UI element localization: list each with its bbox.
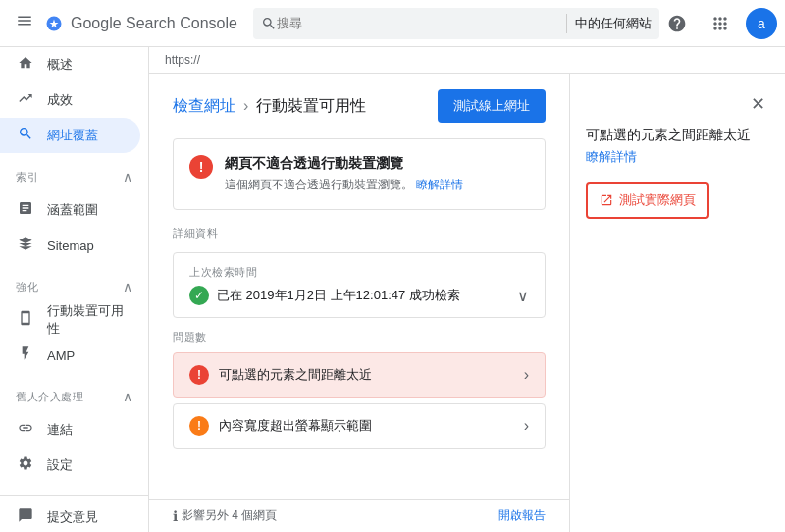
open-report-link[interactable]: 開啟報告: [498, 507, 546, 524]
sidebar-section-index-toggle[interactable]: ∧: [123, 169, 133, 185]
sidebar-section-enhance-label: 強化: [16, 280, 38, 294]
search-domain-text: 中的任何網站: [575, 15, 652, 32]
amp-icon: [16, 346, 35, 365]
sidebar-submit-feedback[interactable]: 提交意見: [0, 500, 140, 532]
error-card-text: 網頁不適合透過行動裝置瀏覽 這個網頁不適合透過行動裝置瀏覽。 瞭解詳情: [225, 155, 463, 193]
sidebar-section-manual-toggle[interactable]: ∧: [123, 389, 133, 404]
issue-text-1: 內容寬度超出螢幕顯示範圍: [219, 417, 372, 435]
content-and-panel: 檢查網址 › 行動裝置可用性 測試線上網址 ! 網頁不適合透過行動裝置瀏覽 這個…: [149, 74, 785, 532]
right-panel: ✕ 可點選的元素之間距離太近 瞭解詳情 測試實際網頁: [569, 74, 785, 532]
right-panel-title: 可點選的元素之間距離太近: [586, 127, 769, 144]
issue-arrow-1: ›: [524, 417, 529, 435]
error-learn-more[interactable]: 瞭解詳情: [416, 178, 463, 191]
url-bar: https://: [149, 47, 785, 74]
sidebar-item-mobile-label: 行動裝置可用性: [47, 302, 125, 338]
issue-left-0: ! 可點選的元素之間距離太近: [189, 365, 372, 385]
info-icon: ℹ: [173, 508, 178, 524]
detail-section-title: 詳細資料: [173, 226, 546, 240]
help-button[interactable]: [659, 6, 695, 41]
sidebar-item-sitemap-label: Sitemap: [47, 239, 94, 253]
right-panel-close: ✕: [586, 89, 769, 119]
bottom-bar: ℹ 影響另外 4 個網頁 開啟報告: [149, 499, 569, 532]
test-live-page-button[interactable]: 測試實際網頁: [586, 182, 709, 219]
search-circle-icon: [16, 126, 35, 145]
sidebar-item-url-coverage[interactable]: 網址覆蓋: [0, 118, 140, 153]
last-check-content: ✓ 已在 2019年1月2日 上午12:01:47 成功檢索 ∨: [189, 286, 529, 305]
sidebar-item-url-coverage-label: 網址覆蓋: [47, 127, 98, 144]
sidebar-section-manual-label: 舊人介入處理: [16, 390, 83, 404]
bottom-bar-text: 影響另外 4 個網頁: [182, 507, 277, 524]
settings-icon: [16, 455, 35, 475]
last-check-text: ✓ 已在 2019年1月2日 上午12:01:47 成功檢索: [189, 286, 460, 305]
feedback-icon: [16, 507, 35, 527]
home-icon: [16, 55, 35, 75]
sidebar: 概述 成效 網址覆蓋 索引 ∧ 涵蓋範圍: [0, 47, 149, 532]
issue-item-0[interactable]: ! 可點選的元素之間距離太近 ›: [173, 352, 546, 398]
search-box: 中的任何網站: [253, 8, 659, 39]
sidebar-item-performance[interactable]: 成效: [0, 82, 140, 118]
breadcrumb-separator: ›: [243, 97, 248, 115]
issue-text-0: 可點選的元素之間距離太近: [219, 366, 372, 384]
mobile-icon: [16, 310, 35, 330]
sidebar-footer: 提交意見 關於新版本 前往舊版 私隱權 條款: [0, 483, 148, 532]
sitemap-icon: [16, 236, 35, 255]
sidebar-item-performance-label: 成效: [47, 91, 73, 109]
main-layout: 概述 成效 網址覆蓋 索引 ∧ 涵蓋範圍: [0, 47, 785, 532]
issue-item-1[interactable]: ! 內容寬度超出螢幕顯示範圍 ›: [173, 403, 546, 449]
app-name: Google Search Console: [71, 15, 237, 32]
apps-button[interactable]: [703, 6, 738, 41]
test-live-page-label: 測試實際網頁: [619, 191, 696, 209]
topbar: Google Search Console 中的任何網站 a: [0, 0, 785, 47]
right-panel-learn-more[interactable]: 瞭解詳情: [586, 148, 769, 166]
sidebar-item-mobile[interactable]: 行動裝置可用性: [0, 302, 140, 338]
error-description: 這個網頁不適合透過行動裝置瀏覽。 瞭解詳情: [225, 177, 463, 193]
sidebar-item-coverage[interactable]: 涵蓋範圍: [0, 192, 140, 228]
page-header: 檢查網址 › 行動裝置可用性 測試線上網址: [173, 89, 546, 123]
breadcrumb-link[interactable]: 檢查網址: [173, 96, 236, 117]
issue-left-1: ! 內容寬度超出螢幕顯示範圍: [189, 416, 372, 436]
sidebar-section-enhance-toggle[interactable]: ∧: [123, 279, 133, 294]
links-icon: [16, 420, 35, 440]
bottom-bar-left: ℹ 影響另外 4 個網頁: [173, 507, 277, 524]
url-text: https://: [165, 53, 200, 67]
app-logo: Google Search Console: [45, 15, 237, 32]
sidebar-section-index: 索引 ∧: [0, 161, 148, 192]
expand-arrow[interactable]: ∨: [517, 287, 529, 305]
check-icon: ✓: [189, 286, 209, 305]
sidebar-item-links[interactable]: 連結: [0, 412, 140, 448]
sidebar-section-index-label: 索引: [16, 170, 38, 185]
sidebar-item-sitemap[interactable]: Sitemap: [0, 228, 140, 263]
sidebar-item-coverage-label: 涵蓋範圍: [47, 201, 98, 219]
last-check-item: 上次檢索時間 ✓ 已在 2019年1月2日 上午12:01:47 成功檢索 ∨: [173, 252, 546, 318]
sidebar-item-links-label: 連結: [47, 421, 73, 439]
sidebar-item-overview[interactable]: 概述: [0, 47, 140, 82]
test-online-button[interactable]: 測試線上網址: [438, 89, 546, 123]
menu-icon[interactable]: [8, 4, 41, 42]
main-content: 檢查網址 › 行動裝置可用性 測試線上網址 ! 網頁不適合透過行動裝置瀏覽 這個…: [149, 74, 569, 499]
sidebar-section-enhance: 強化 ∧: [0, 271, 148, 302]
content-area: https:// 檢查網址 › 行動裝置可用性 測試線上網址: [149, 47, 785, 532]
main-wrapper: 檢查網址 › 行動裝置可用性 測試線上網址 ! 網頁不適合透過行動裝置瀏覽 這個…: [149, 74, 569, 532]
breadcrumb-current: 行動裝置可用性: [256, 96, 366, 117]
avatar[interactable]: a: [746, 8, 777, 39]
search-input[interactable]: [277, 16, 558, 30]
sidebar-item-amp-label: AMP: [47, 348, 75, 363]
error-icon: !: [189, 155, 213, 179]
close-panel-button[interactable]: ✕: [747, 89, 769, 119]
submit-feedback-label: 提交意見: [47, 508, 98, 526]
error-card: ! 網頁不適合透過行動裝置瀏覽 這個網頁不適合透過行動裝置瀏覽。 瞭解詳情: [173, 138, 546, 210]
sidebar-item-settings-label: 設定: [47, 456, 73, 474]
issue-arrow-0: ›: [524, 366, 529, 384]
issue-error-icon-0: !: [189, 365, 209, 385]
error-title: 網頁不適合透過行動裝置瀏覽: [225, 155, 463, 173]
issues-section-title: 問題數: [173, 330, 546, 345]
sidebar-item-overview-label: 概述: [47, 56, 73, 74]
sidebar-section-manual: 舊人介入處理 ∧: [0, 381, 148, 412]
topbar-right: a: [659, 6, 777, 41]
sidebar-item-settings[interactable]: 設定: [0, 448, 140, 483]
sidebar-item-amp[interactable]: AMP: [0, 338, 140, 373]
coverage-icon: [16, 200, 35, 220]
issue-warning-icon-1: !: [189, 416, 209, 436]
last-check-label: 上次檢索時間: [189, 265, 529, 280]
breadcrumb: 檢查網址 › 行動裝置可用性: [173, 96, 366, 117]
